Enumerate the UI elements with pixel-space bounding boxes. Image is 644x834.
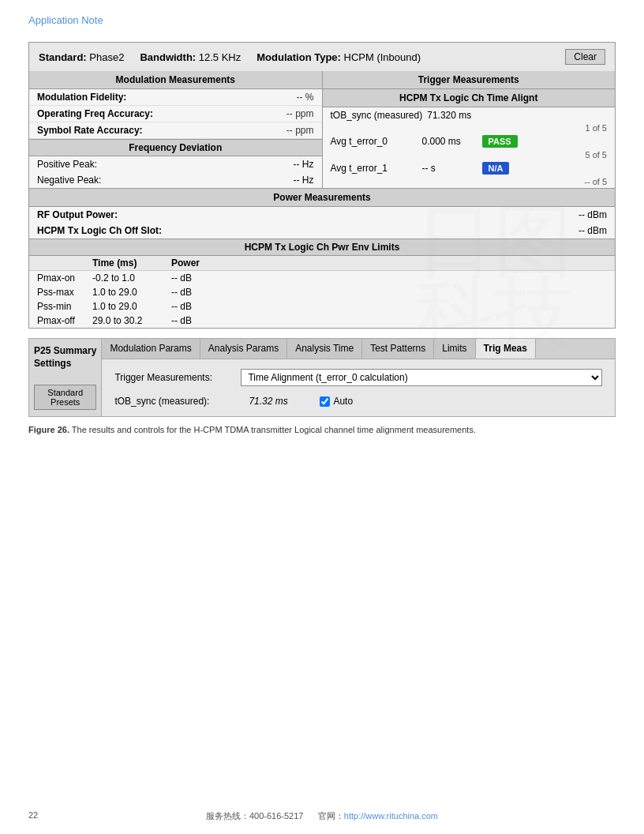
page-number: 22	[28, 810, 38, 820]
footer-website-url[interactable]: http://www.rituchina.com	[344, 811, 438, 821]
power-table-row: Pss-max1.0 to 29.0-- dB	[29, 285, 615, 299]
trigger-measurements-select[interactable]: Time Alignment (t_error_0 calculation)	[241, 369, 602, 386]
power-table-row: Pmax-off29.0 to 30.2-- dB	[29, 314, 615, 328]
standard-presets-button[interactable]: Standard Presets	[34, 385, 96, 410]
freq-accuracy-row: Operating Freq Accuracy: -- ppm	[29, 106, 322, 122]
clear-button[interactable]: Clear	[565, 49, 605, 65]
tab-limits[interactable]: Limits	[434, 339, 475, 359]
footer-website-label: 官网：	[318, 811, 344, 821]
left-panel: Modulation Measurements Modulation Fidel…	[29, 71, 323, 188]
tab-analysis-params[interactable]: Analysis Params	[200, 339, 287, 359]
symbol-rate-row: Symbol Rate Accuracy: -- ppm	[29, 122, 322, 139]
bandwidth-label: Bandwidth: 12.5 KHz	[140, 51, 241, 63]
power-table-cols: Time (ms) Power	[29, 256, 615, 271]
right-panel: Trigger Measurements HCPM Tx Logic Ch Ti…	[323, 71, 616, 188]
settings-left: P25 Summary Settings Standard Presets	[29, 339, 102, 416]
trigger-section-header: Trigger Measurements	[323, 71, 616, 89]
modulation-section-header: Modulation Measurements	[29, 71, 322, 89]
positive-peak-row: Positive Peak: -- Hz	[29, 156, 322, 172]
tob-sync-row: tOB_sync (measured) 71.320 ms	[323, 107, 616, 123]
tab-modulation-params[interactable]: Modulation Params	[102, 339, 200, 359]
tab-test-patterns[interactable]: Test Patterns	[362, 339, 434, 359]
power-table-row: Pss-min1.0 to 29.0-- dB	[29, 299, 615, 314]
avg-error1-row: Avg t_error_1 -- s N/A	[323, 160, 616, 177]
tob-sync-form-row: tOB_sync (measured): 71.32 ms Auto	[114, 396, 602, 407]
avg-error0-of-row: 5 of 5	[323, 150, 616, 160]
power-rows-container: Pmax-on-0.2 to 1.0-- dBPss-max1.0 to 29.…	[29, 271, 615, 328]
fidelity-row: Modulation Fidelity: -- %	[29, 89, 322, 106]
hcpm-logic-row: HCPM Tx Logic Ch Off Slot: -- dBm	[29, 223, 615, 239]
footer-hotline: 服务热线：400-616-5217	[206, 811, 304, 821]
tab-analysis-time[interactable]: Analysis Time	[287, 339, 362, 359]
power-table-header: HCPM Tx Logic Ch Pwr Env Limits	[29, 239, 615, 256]
trig-meas-tab-content: Trigger Measurements: Time Alignment (t_…	[102, 359, 615, 416]
trigger-measurements-form-row: Trigger Measurements: Time Alignment (t_…	[114, 369, 602, 386]
avg-error0-row: Avg t_error_0 0.000 ms PASS	[323, 133, 616, 150]
rf-output-row: RF Output Power: -- dBm	[29, 207, 615, 223]
footer-center: 服务热线：400-616-5217 官网：http://www.rituchin…	[206, 810, 438, 822]
standard-label: Standard: Phase2	[39, 51, 124, 63]
power-table-row: Pmax-on-0.2 to 1.0-- dB	[29, 271, 615, 285]
settings-right: Modulation ParamsAnalysis ParamsAnalysis…	[102, 339, 615, 416]
na-badge: N/A	[482, 162, 510, 175]
tob-sync-value: 71.32 ms	[249, 396, 312, 407]
power-header: Power Measurements	[29, 189, 615, 207]
power-section: Power Measurements RF Output Power: -- d…	[29, 188, 615, 328]
pass-badge: PASS	[482, 135, 518, 148]
modulation-type-label: Modulation Type: HCPM (Inbound)	[256, 51, 421, 63]
trigger-inner-header: HCPM Tx Logic Ch Time Alignt	[323, 89, 616, 107]
tob-sync-form-label: tOB_sync (measured):	[114, 396, 241, 407]
auto-label: Auto	[333, 396, 353, 407]
p25-summary-label: P25 Summary Settings	[34, 345, 96, 370]
page-footer: 22 服务热线：400-616-5217 官网：http://www.rituc…	[0, 810, 644, 820]
instrument-panel: Standard: Phase2 Bandwidth: 12.5 KHz Mod…	[28, 42, 616, 329]
avg-error1-of-row: -- of 5	[323, 177, 616, 186]
tab-trig-meas[interactable]: Trig Meas	[476, 339, 536, 359]
figure-caption: Figure 26. The results and controls for …	[28, 425, 616, 434]
settings-panel: P25 Summary Settings Standard Presets Mo…	[28, 338, 616, 417]
auto-checkbox-wrap: Auto	[320, 396, 353, 407]
trigger-measurements-form-label: Trigger Measurements:	[114, 372, 241, 383]
negative-peak-row: Negative Peak: -- Hz	[29, 172, 322, 188]
panel-header-row: Standard: Phase2 Bandwidth: 12.5 KHz Mod…	[29, 43, 615, 71]
tabs-row: Modulation ParamsAnalysis ParamsAnalysis…	[102, 339, 615, 359]
two-col-layout: Modulation Measurements Modulation Fidel…	[29, 71, 615, 188]
app-note-link[interactable]: Application Note	[28, 14, 103, 26]
tob-sync-of-row: 1 of 5	[323, 123, 616, 133]
auto-checkbox[interactable]	[320, 396, 330, 407]
freq-dev-header: Frequency Deviation	[29, 139, 322, 156]
